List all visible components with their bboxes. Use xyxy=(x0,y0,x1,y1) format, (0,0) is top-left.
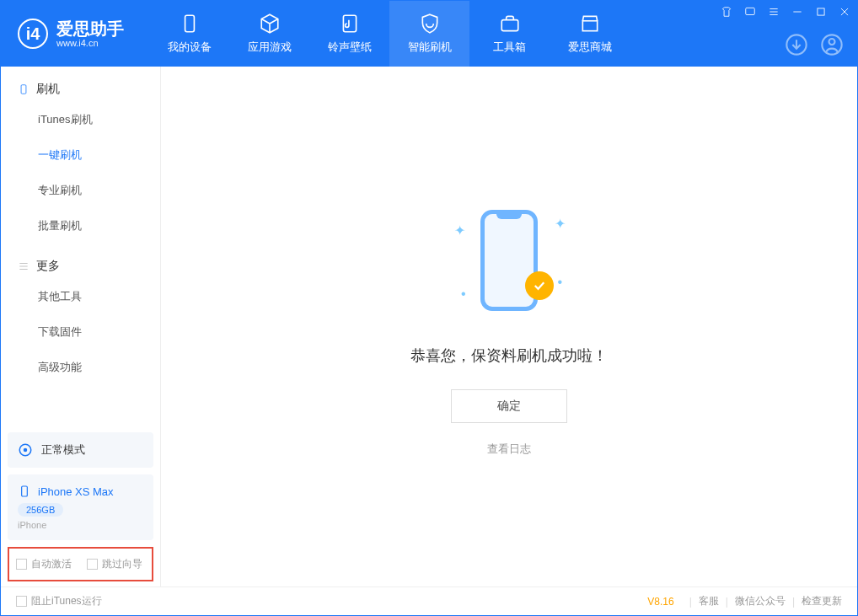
app-name: 爱思助手 xyxy=(56,19,124,38)
sidebar-section-flash: 刷机 xyxy=(1,82,160,102)
phone-icon xyxy=(179,13,201,35)
success-message: 恭喜您，保资料刷机成功啦！ xyxy=(410,345,608,366)
checkbox-box-icon xyxy=(87,559,98,570)
view-log-link[interactable]: 查看日志 xyxy=(487,442,531,457)
svg-rect-2 xyxy=(501,20,518,31)
sidebar-item-advanced[interactable]: 高级功能 xyxy=(38,350,160,385)
footer: 阻止iTunes运行 V8.16 | 客服 | 微信公众号 | 检查更新 xyxy=(1,587,857,615)
device-small-icon xyxy=(18,83,29,95)
separator: | xyxy=(689,596,692,608)
checkbox-skip-guide[interactable]: 跳过向导 xyxy=(87,557,142,571)
success-illustration: ✦ ✦ • • xyxy=(446,197,572,324)
tab-label: 工具箱 xyxy=(493,40,526,55)
checkbox-block-itunes[interactable]: 阻止iTunes运行 xyxy=(16,594,102,608)
checkbox-label: 跳过向导 xyxy=(102,557,142,571)
sparkle-icon: ✦ xyxy=(454,222,465,238)
app-url: www.i4.cn xyxy=(56,38,124,48)
tab-label: 铃声壁纸 xyxy=(328,40,372,55)
tab-store[interactable]: 爱思商城 xyxy=(550,1,630,67)
window-controls xyxy=(721,6,850,18)
cube-icon xyxy=(259,13,281,35)
checkbox-box-icon xyxy=(16,596,27,607)
tab-my-device[interactable]: 我的设备 xyxy=(149,1,229,67)
svg-point-14 xyxy=(829,39,835,45)
sidebar-section-more: 更多 xyxy=(1,259,160,279)
separator: | xyxy=(792,596,795,608)
section-title: 刷机 xyxy=(36,82,60,97)
tab-label: 我的设备 xyxy=(168,40,212,55)
minimize-icon[interactable] xyxy=(791,6,803,18)
tab-toolbox[interactable]: 工具箱 xyxy=(469,1,550,67)
list-icon xyxy=(18,260,29,272)
download-icon[interactable] xyxy=(785,33,808,56)
music-file-icon xyxy=(339,13,361,35)
storage-badge: 256GB xyxy=(18,503,63,517)
sidebar-item-batch-flash[interactable]: 批量刷机 xyxy=(38,208,160,244)
tab-apps-games[interactable]: 应用游戏 xyxy=(229,1,309,67)
main-content: ✦ ✦ • • 恭喜您，保资料刷机成功啦！ 确定 查看日志 xyxy=(161,67,857,587)
tab-label: 爱思商城 xyxy=(568,40,612,55)
sparkle-icon: • xyxy=(461,287,466,302)
toolbox-icon xyxy=(499,13,521,35)
feedback-icon[interactable] xyxy=(744,6,756,18)
separator: | xyxy=(726,596,728,608)
highlighted-options: 自动激活 跳过向导 xyxy=(8,547,153,581)
mode-icon xyxy=(18,442,33,458)
shirt-icon[interactable] xyxy=(721,6,732,18)
section-title: 更多 xyxy=(36,259,60,274)
ok-button[interactable]: 确定 xyxy=(451,389,567,423)
menu-icon[interactable] xyxy=(768,6,780,18)
footer-link-update[interactable]: 检查更新 xyxy=(802,594,842,608)
checkbox-box-icon xyxy=(16,559,27,570)
svg-rect-0 xyxy=(185,15,194,32)
footer-link-wechat[interactable]: 微信公众号 xyxy=(735,594,786,608)
sidebar: 刷机 iTunes刷机 一键刷机 专业刷机 批量刷机 更多 其他工具 下载固件 … xyxy=(1,67,161,587)
checkbox-auto-activate[interactable]: 自动激活 xyxy=(16,557,72,571)
footer-link-support[interactable]: 客服 xyxy=(699,594,719,608)
svg-rect-15 xyxy=(21,85,26,94)
svg-rect-4 xyxy=(746,8,755,14)
app-header: i4 爱思助手 www.i4.cn 我的设备 应用游戏 铃声壁纸 智能刷机 工具… xyxy=(1,1,857,67)
checkbox-label: 自动激活 xyxy=(31,557,72,571)
sparkle-icon: ✦ xyxy=(555,216,566,232)
logo-icon: i4 xyxy=(18,19,48,49)
tab-smart-flash[interactable]: 智能刷机 xyxy=(389,1,469,67)
svg-point-20 xyxy=(24,448,28,453)
maximize-icon[interactable] xyxy=(815,6,827,18)
version-label: V8.16 xyxy=(647,596,673,608)
main-tabs: 我的设备 应用游戏 铃声壁纸 智能刷机 工具箱 爱思商城 xyxy=(149,1,630,67)
sidebar-item-oneclick-flash[interactable]: 一键刷机 xyxy=(38,137,160,173)
svg-rect-21 xyxy=(22,486,28,496)
checkbox-label: 阻止iTunes运行 xyxy=(31,594,102,608)
device-name: iPhone XS Max xyxy=(38,485,114,498)
app-logo: i4 爱思助手 www.i4.cn xyxy=(1,19,141,49)
sidebar-item-itunes-flash[interactable]: iTunes刷机 xyxy=(38,102,160,137)
tab-label: 应用游戏 xyxy=(248,40,292,55)
tab-ringtone-wallpaper[interactable]: 铃声壁纸 xyxy=(309,1,389,67)
tab-label: 智能刷机 xyxy=(408,40,452,55)
close-icon[interactable] xyxy=(839,6,850,18)
device-type: iPhone xyxy=(18,520,143,530)
mode-label: 正常模式 xyxy=(41,442,85,458)
success-check-icon xyxy=(525,271,554,300)
sidebar-item-download-firmware[interactable]: 下载固件 xyxy=(38,314,160,350)
device-box[interactable]: iPhone XS Max 256GB iPhone xyxy=(8,474,153,540)
svg-rect-3 xyxy=(582,21,597,31)
mode-box[interactable]: 正常模式 xyxy=(8,432,153,468)
sparkle-icon: • xyxy=(557,275,562,290)
svg-rect-9 xyxy=(818,8,824,15)
profile-icon[interactable] xyxy=(820,33,844,56)
sidebar-item-other-tools[interactable]: 其他工具 xyxy=(38,279,160,314)
refresh-shield-icon xyxy=(419,13,441,35)
store-icon xyxy=(579,13,601,35)
phone-small-icon xyxy=(18,485,31,498)
sidebar-item-pro-flash[interactable]: 专业刷机 xyxy=(38,173,160,208)
header-right-actions xyxy=(785,33,844,56)
